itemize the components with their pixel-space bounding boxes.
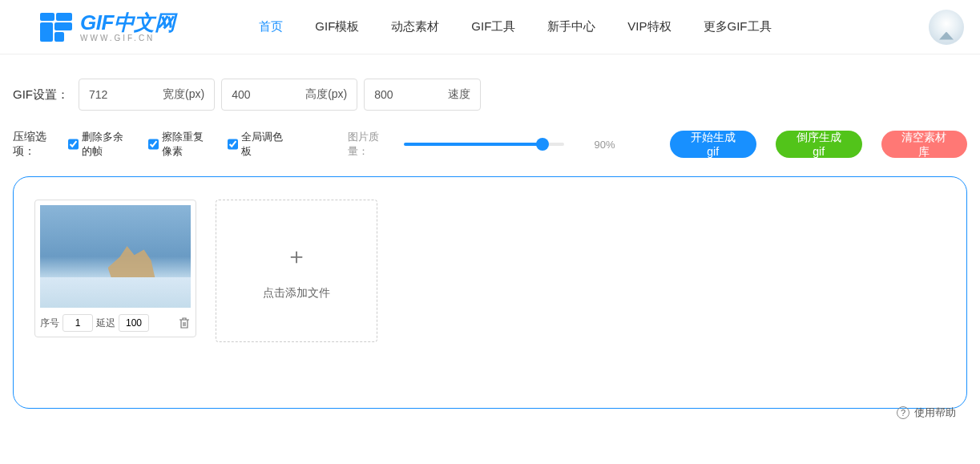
- start-generate-button[interactable]: 开始生成gif: [670, 131, 756, 158]
- svg-rect-1: [56, 13, 72, 21]
- plus-icon: ＋: [285, 241, 308, 272]
- frame-card: 序号 延迟: [34, 200, 196, 337]
- compress-label: 压缩选项：: [13, 130, 60, 159]
- nav-assets[interactable]: 动态素材: [391, 19, 439, 34]
- clear-library-button[interactable]: 清空素材库: [881, 131, 967, 158]
- svg-rect-4: [54, 32, 64, 42]
- frame-seq-input[interactable]: [63, 314, 93, 332]
- quality-slider[interactable]: [404, 143, 564, 146]
- canvas-area: 序号 延迟 ＋ 点击添加文件: [13, 176, 967, 409]
- speed-input-group: 速度: [364, 79, 481, 111]
- opt-erase-pixels-label: 擦除重复像素: [162, 130, 213, 159]
- nav-vip[interactable]: VIP特权: [627, 19, 671, 34]
- frame-seq-label: 序号: [40, 317, 59, 330]
- svg-rect-3: [54, 22, 72, 30]
- frame-delay-input[interactable]: [119, 314, 149, 332]
- reverse-generate-button[interactable]: 倒序生成gif: [776, 131, 862, 158]
- main-nav: 首页 GIF模板 动态素材 GIF工具 新手中心 VIP特权 更多GIF工具: [259, 19, 771, 34]
- speed-suffix: 速度: [448, 87, 470, 102]
- help-link[interactable]: ? 使用帮助: [897, 405, 956, 420]
- frame-thumbnail[interactable]: [40, 205, 191, 308]
- opt-erase-pixels: 擦除重复像素: [148, 130, 213, 159]
- gif-settings-label: GIF设置：: [13, 87, 69, 103]
- trash-icon[interactable]: [178, 317, 191, 329]
- header: GIF中文网 WWW.GIF.CN 首页 GIF模板 动态素材 GIF工具 新手…: [0, 0, 980, 54]
- quality-label: 图片质量：: [348, 130, 392, 159]
- logo[interactable]: GIF中文网 WWW.GIF.CN: [38, 10, 175, 45]
- width-suffix: 宽度(px): [163, 87, 204, 102]
- nav-more-tools[interactable]: 更多GIF工具: [704, 19, 772, 34]
- svg-rect-0: [40, 13, 54, 21]
- opt-global-palette-checkbox[interactable]: [228, 139, 238, 150]
- opt-remove-frames-checkbox[interactable]: [68, 139, 79, 150]
- compress-options-row: 压缩选项： 删除多余的帧 擦除重复像素 全局调色板 图片质量： 90% 开始生成…: [0, 120, 980, 173]
- quality-value: 90%: [595, 139, 615, 151]
- avatar[interactable]: [929, 10, 964, 45]
- height-suffix: 高度(px): [305, 87, 347, 102]
- help-label: 使用帮助: [914, 405, 956, 420]
- frame-controls: 序号 延迟: [40, 314, 191, 332]
- opt-global-palette-label: 全局调色板: [241, 130, 284, 159]
- opt-global-palette: 全局调色板: [228, 130, 284, 159]
- svg-rect-2: [40, 22, 53, 42]
- width-input-group: 宽度(px): [79, 79, 215, 111]
- add-file-label: 点击添加文件: [263, 286, 330, 301]
- nav-home[interactable]: 首页: [259, 19, 283, 34]
- help-icon: ?: [897, 406, 909, 419]
- speed-input[interactable]: [374, 88, 438, 101]
- logo-subtext: WWW.GIF.CN: [80, 34, 175, 42]
- add-file-card[interactable]: ＋ 点击添加文件: [216, 200, 377, 342]
- logo-text: GIF中文网: [80, 12, 175, 33]
- nav-beginner[interactable]: 新手中心: [547, 19, 595, 34]
- quality-slider-wrap: [404, 143, 564, 146]
- nav-templates[interactable]: GIF模板: [315, 19, 359, 34]
- opt-erase-pixels-checkbox[interactable]: [148, 139, 159, 150]
- frame-delay-label: 延迟: [96, 317, 115, 330]
- height-input[interactable]: [232, 88, 296, 101]
- nav-tools[interactable]: GIF工具: [471, 19, 515, 34]
- opt-remove-frames-label: 删除多余的帧: [82, 130, 133, 159]
- opt-remove-frames: 删除多余的帧: [68, 130, 133, 159]
- width-input[interactable]: [89, 88, 153, 101]
- gif-settings-row: GIF设置： 宽度(px) 高度(px) 速度: [0, 54, 980, 120]
- height-input-group: 高度(px): [221, 79, 357, 111]
- logo-mark-icon: [38, 10, 74, 45]
